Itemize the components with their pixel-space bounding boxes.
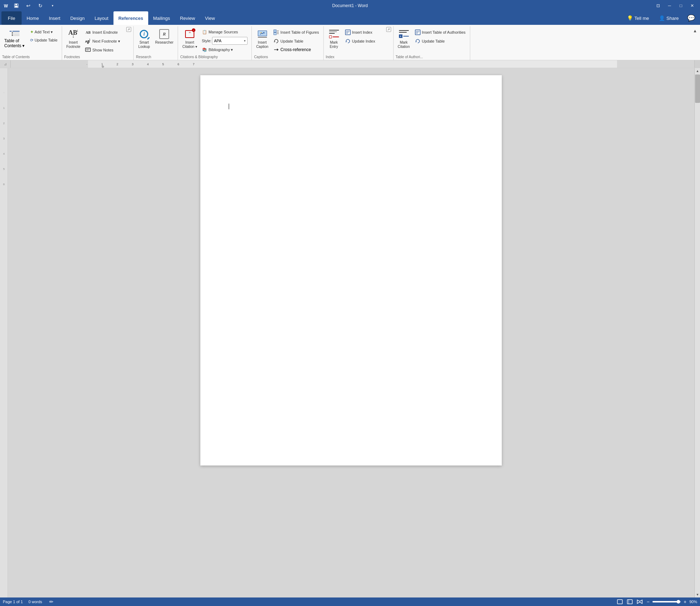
comments-button[interactable]: 💬 xyxy=(684,11,699,25)
zoom-knob[interactable] xyxy=(677,600,680,604)
zoom-in-button[interactable]: + xyxy=(682,599,688,605)
svg-text:3: 3 xyxy=(3,137,5,140)
insert-endnote-icon: AB xyxy=(85,29,91,35)
vertical-scrollbar[interactable]: ▲ ▼ xyxy=(694,68,700,597)
svg-marker-33 xyxy=(101,67,104,68)
insert-footnote-button[interactable]: AB 1 ↓ InsertFootnote xyxy=(64,27,82,50)
insert-toa-button[interactable]: Insert Table of Authorities xyxy=(413,28,468,37)
next-footnote-label: Next Footnote ▾ xyxy=(92,39,120,44)
quick-access-dropdown[interactable]: ▾ xyxy=(48,1,57,11)
proofing-button[interactable]: ✏ xyxy=(48,598,55,605)
window-controls: ⊡ ─ □ ✕ xyxy=(653,1,697,11)
update-index-button[interactable]: Update Index xyxy=(343,37,385,45)
mark-citation-button[interactable]: + MarkCitation xyxy=(396,27,412,50)
word-icon: W xyxy=(3,2,9,9)
menu-bar: File Home Insert Design Layout Reference… xyxy=(0,11,700,25)
citation-style-value: APA xyxy=(214,39,243,43)
menu-item-mailings[interactable]: Mailings xyxy=(148,11,175,25)
menu-item-view[interactable]: View xyxy=(200,11,220,25)
scroll-track xyxy=(695,74,700,592)
smart-lookup-label: SmartLookup xyxy=(138,40,150,49)
share-button[interactable]: 👤 Share xyxy=(654,11,684,25)
insert-table-of-figures-button[interactable]: Insert Table of Figures xyxy=(271,28,321,37)
save-button[interactable] xyxy=(11,1,21,11)
read-mode-button[interactable] xyxy=(635,599,644,605)
update-toa-button[interactable]: Update Table xyxy=(413,37,468,45)
insert-index-button[interactable]: Insert Index xyxy=(343,28,385,37)
next-footnote-icon: AB1 xyxy=(85,38,91,44)
restore-window-button[interactable]: ⊡ xyxy=(653,1,663,11)
svg-text:5: 5 xyxy=(3,167,5,171)
next-footnote-button[interactable]: AB1 Next Footnote ▾ xyxy=(83,37,126,45)
document-scroll-area[interactable] xyxy=(8,68,694,597)
update-toa-icon xyxy=(415,38,421,44)
status-left: Page 1 of 1 0 words ✏ xyxy=(3,598,55,605)
researcher-button[interactable]: R Researcher xyxy=(153,27,176,46)
maximize-button[interactable]: □ xyxy=(676,1,686,11)
ruler-content: · 1 2 3 4 5 6 7 xyxy=(11,60,694,68)
scroll-down-button[interactable]: ▼ xyxy=(695,592,700,597)
scroll-thumb[interactable] xyxy=(695,75,700,103)
zoom-out-button[interactable]: − xyxy=(645,599,651,605)
insert-caption-button[interactable]: InsertCaption xyxy=(254,27,270,50)
ribbon-expand-button[interactable]: ▲ xyxy=(691,28,699,34)
update-table-captions-button[interactable]: Update Table xyxy=(271,37,321,45)
document-page[interactable] xyxy=(200,75,502,465)
insert-citation-button[interactable]: " - InsertCitation ▾ xyxy=(180,27,199,50)
undo-button[interactable]: ↩ xyxy=(23,1,33,11)
minimize-button[interactable]: ─ xyxy=(665,1,674,11)
menu-item-file[interactable]: File xyxy=(1,11,22,25)
footnotes-dialog-launcher[interactable]: ↗ xyxy=(126,27,131,32)
menu-item-insert[interactable]: Insert xyxy=(44,11,66,25)
mark-citation-icon: + xyxy=(398,28,410,40)
bibliography-button[interactable]: 📚 Bibliography ▾ xyxy=(200,46,250,54)
citation-style-select[interactable]: APA ▾ xyxy=(212,37,248,45)
toc-button-label: Table ofContents ▾ xyxy=(4,38,24,48)
tell-me-button[interactable]: 💡 Tell me xyxy=(622,11,654,25)
update-table-button[interactable]: ⟳ Update Table xyxy=(28,36,60,44)
research-group-label: Research xyxy=(136,54,151,60)
mark-entry-icon xyxy=(328,28,340,40)
ribbon-group-index: MarkEntry Insert Index Update Index xyxy=(324,26,394,60)
manage-sources-button[interactable]: 📋 Manage Sources xyxy=(200,28,250,36)
status-right: − + 90% xyxy=(616,599,697,605)
update-table-label: Update Table xyxy=(34,38,57,42)
cross-reference-button[interactable]: Cross-reference xyxy=(271,46,321,54)
close-button[interactable]: ✕ xyxy=(687,1,697,11)
menu-item-references[interactable]: References xyxy=(113,11,148,25)
insert-toa-icon xyxy=(415,29,421,35)
ruler-vertical: · 1 2 3 4 5 6 xyxy=(0,68,8,597)
redo-button[interactable]: ↻ xyxy=(35,1,45,11)
show-notes-button[interactable]: Show Notes xyxy=(83,46,126,54)
toa-group-label: Table of Authori... xyxy=(396,54,423,60)
insert-endnote-button[interactable]: AB Insert Endnote xyxy=(83,28,126,37)
update-table-captions-label: Update Table xyxy=(280,39,304,43)
svg-point-10 xyxy=(260,32,261,33)
smart-lookup-button[interactable]: i SmartLookup xyxy=(136,27,152,50)
svg-text:2: 2 xyxy=(3,122,5,125)
zoom-controls: − + 90% xyxy=(645,599,697,605)
ruler-corner-icon[interactable]: ⊿ xyxy=(0,60,10,68)
update-toa-label: Update Table xyxy=(422,39,445,43)
menu-item-design[interactable]: Design xyxy=(65,11,89,25)
menu-item-home[interactable]: Home xyxy=(22,11,44,25)
svg-text:6: 6 xyxy=(3,183,5,186)
bibliography-icon: 📚 xyxy=(202,48,207,52)
add-text-button[interactable]: ✦ Add Text ▾ xyxy=(28,28,60,36)
add-text-label: Add Text ▾ xyxy=(34,30,53,34)
insert-index-icon xyxy=(345,29,351,35)
index-dialog-launcher[interactable]: ↗ xyxy=(386,27,391,32)
mark-entry-button[interactable]: MarkEntry xyxy=(326,27,342,50)
scroll-up-button[interactable]: ▲ xyxy=(695,68,700,74)
update-table-captions-icon xyxy=(273,38,279,44)
print-layout-button[interactable] xyxy=(616,599,624,605)
web-layout-button[interactable] xyxy=(626,599,634,605)
researcher-icon: R xyxy=(159,28,170,40)
style-label: Style: xyxy=(202,39,212,43)
mark-entry-label: MarkEntry xyxy=(330,40,338,49)
zoom-bar xyxy=(652,601,681,602)
ribbon-expand[interactable]: ▲ xyxy=(691,26,700,60)
table-of-contents-button[interactable]: Table ofContents ▾ xyxy=(2,27,27,50)
menu-item-review[interactable]: Review xyxy=(175,11,200,25)
menu-item-layout[interactable]: Layout xyxy=(90,11,113,25)
